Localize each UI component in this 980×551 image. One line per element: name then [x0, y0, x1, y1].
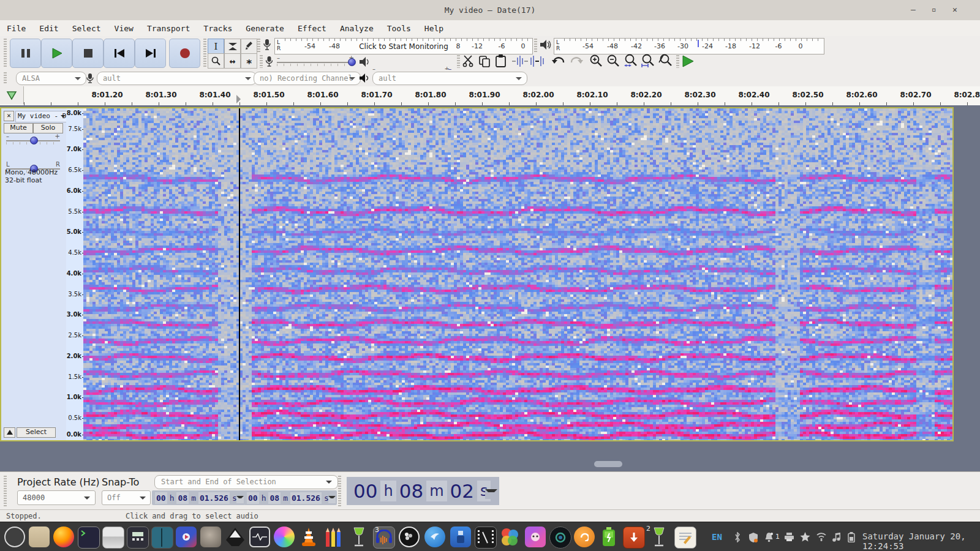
wifi-icon[interactable]: [816, 532, 827, 541]
selection-mode-combo[interactable]: Start and End of Selection: [154, 475, 338, 489]
recording-meter[interactable]: L R -54 -48 8 -12 -6 0 Click to Start Mo…: [274, 38, 533, 54]
recording-device-select[interactable]: ault: [97, 72, 257, 85]
music-note-icon[interactable]: [832, 532, 840, 542]
firewall-shield-icon[interactable]: [748, 532, 758, 543]
playback-device-select[interactable]: ault: [372, 72, 527, 85]
bluetooth-icon[interactable]: [734, 532, 741, 542]
orange-swirl-app-icon[interactable]: [574, 527, 595, 547]
pause-button[interactable]: [10, 39, 41, 68]
undo-button[interactable]: [551, 54, 567, 68]
transport-toolbar-grip[interactable]: [4, 39, 7, 67]
zoom-toggle-button[interactable]: [658, 54, 674, 69]
record-meter-grip[interactable]: [257, 39, 260, 53]
printer-icon[interactable]: [784, 532, 794, 542]
minimize-button[interactable]: –: [905, 6, 921, 15]
camera-app-icon[interactable]: [549, 527, 571, 549]
audio-host-select[interactable]: ALSA: [16, 72, 86, 85]
audacity-icon[interactable]: 3: [373, 527, 395, 549]
play-speed-grip[interactable]: [676, 55, 679, 68]
audio-position-display[interactable]: 00h08m02s: [347, 477, 499, 505]
menu-tools[interactable]: Tools: [380, 21, 418, 36]
battery-app-icon[interactable]: [598, 527, 619, 547]
window-tiles-icon[interactable]: [151, 527, 173, 549]
record-button[interactable]: [169, 39, 200, 68]
timeline-ruler[interactable]: 8:01.20 8:01.30 8:01.40 8:01.50 8:01.60 …: [0, 86, 980, 107]
horizontal-scrollbar-thumb[interactable]: [594, 461, 622, 467]
device-toolbar-grip[interactable]: [4, 72, 7, 84]
edit-toolbar-grip[interactable]: [457, 55, 460, 68]
envelope-tool-button[interactable]: [224, 39, 241, 54]
playback-meter[interactable]: L R -54 -48 -42 -36 -30 -24 -18 -12 -6 0: [554, 38, 824, 54]
menu-edit[interactable]: Edit: [32, 21, 65, 36]
play-at-speed-button[interactable]: [681, 54, 697, 68]
rec-vol-thumb[interactable]: [348, 58, 356, 66]
gain-thumb[interactable]: [30, 137, 38, 144]
anime-app-icon[interactable]: [525, 527, 546, 547]
selection-start-field[interactable]: 00h08m01.526s: [152, 490, 245, 505]
menu-generate[interactable]: Generate: [239, 21, 291, 36]
menu-analyze[interactable]: Analyze: [333, 21, 380, 36]
menu-tracks[interactable]: Tracks: [197, 21, 239, 36]
audio-wave-app-icon[interactable]: [249, 527, 270, 547]
trim-audio-button[interactable]: [512, 55, 528, 67]
audio-track[interactable]: ✕ My video - D Mute Solo – + L R Mono, 4…: [0, 107, 954, 441]
zoom-tool-button[interactable]: [208, 53, 224, 69]
track-collapse-button[interactable]: [4, 427, 15, 438]
track-close-button[interactable]: ✕: [4, 111, 14, 121]
menu-transport[interactable]: Transport: [140, 21, 197, 36]
redo-button[interactable]: [569, 54, 585, 68]
selection-toolbar-grip[interactable]: [4, 476, 7, 506]
vlc-icon[interactable]: [298, 527, 319, 547]
mint-menu-icon[interactable]: [4, 527, 25, 547]
maximize-button[interactable]: ▫: [926, 6, 942, 15]
menu-view[interactable]: View: [108, 21, 140, 36]
pinned-play-head-button[interactable]: [0, 86, 24, 104]
menu-effect[interactable]: Effect: [291, 21, 333, 36]
notifications-bell-icon[interactable]: [764, 532, 774, 542]
zoom-selection-button[interactable]: [624, 54, 639, 69]
draw-tool-button[interactable]: [241, 39, 257, 54]
firefox-icon[interactable]: [53, 527, 74, 547]
fit-project-button[interactable]: [641, 54, 657, 69]
spectrogram-view[interactable]: [83, 108, 952, 440]
terminal-icon[interactable]: [78, 527, 100, 549]
zoom-in-button[interactable]: [589, 54, 605, 69]
track-title-menu[interactable]: My video - D: [15, 111, 67, 122]
gain-slider[interactable]: – +: [6, 135, 60, 146]
play-button[interactable]: [41, 39, 72, 68]
recording-channels-select[interactable]: no) Recording Channel: [254, 72, 361, 85]
thunderbird-icon[interactable]: [424, 527, 445, 547]
wine-app-2-icon[interactable]: 2: [649, 527, 669, 547]
mixer-grip[interactable]: [260, 55, 263, 68]
skip-to-end-button[interactable]: [135, 39, 166, 68]
tools-toolbar-grip[interactable]: [203, 39, 206, 67]
timeline-cursor-grip[interactable]: [236, 95, 245, 103]
multi-tool-button[interactable]: ∗: [241, 53, 257, 69]
obs-icon[interactable]: [399, 527, 420, 547]
video-player-icon[interactable]: [176, 527, 197, 547]
clock[interactable]: Saturday January 20, 12:24:53: [862, 531, 980, 551]
time-toolbar-grip[interactable]: [338, 476, 341, 506]
favorites-star-icon[interactable]: [800, 532, 810, 542]
menu-file[interactable]: File: [0, 21, 32, 36]
selection-end-field[interactable]: 00h08m01.526s: [244, 490, 337, 505]
inkscape-icon[interactable]: [225, 527, 246, 547]
snap-to-combo[interactable]: Off: [102, 490, 151, 505]
notepad-icon[interactable]: [674, 527, 696, 549]
track-select-button[interactable]: Select: [17, 427, 56, 438]
video-downloader-icon[interactable]: [623, 527, 645, 549]
time-shift-tool-button[interactable]: ↔: [224, 53, 241, 69]
skip-to-start-button[interactable]: [104, 39, 135, 68]
copy-button[interactable]: [478, 54, 492, 69]
gimp-icon[interactable]: [200, 527, 221, 547]
krita-icon[interactable]: [274, 527, 295, 547]
usb-app-icon[interactable]: [450, 527, 471, 547]
selection-tool-button[interactable]: I: [208, 39, 224, 54]
calculator-icon[interactable]: [127, 527, 149, 549]
mute-button[interactable]: Mute: [4, 123, 33, 133]
play-meter-grip[interactable]: [534, 39, 537, 53]
cut-button[interactable]: [462, 54, 477, 69]
battery-tray-icon[interactable]: [848, 532, 855, 542]
color-pencils-icon[interactable]: [323, 527, 344, 547]
file-manager-icon[interactable]: [29, 527, 50, 547]
